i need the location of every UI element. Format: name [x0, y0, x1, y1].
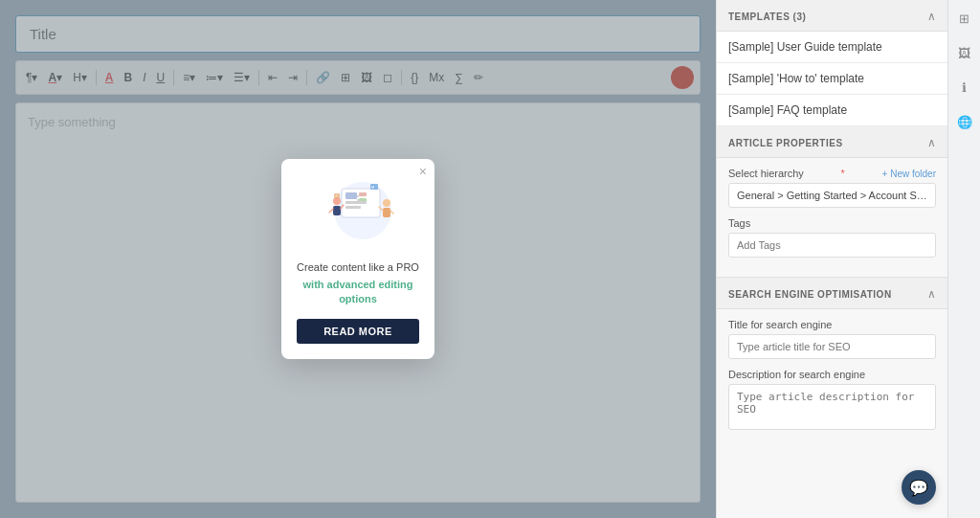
modal-close-btn[interactable]: × — [419, 165, 427, 178]
templates-chevron-icon[interactable]: ∧ — [927, 10, 936, 23]
svg-point-9 — [333, 197, 341, 205]
new-folder-btn[interactable]: + New folder — [882, 169, 936, 179]
seo-section: SEARCH ENGINE OPTIMISATION ∧ Title for s… — [717, 278, 947, 453]
hierarchy-value[interactable]: General > Getting Started > Account Sett — [728, 183, 936, 208]
svg-text:M: M — [371, 185, 374, 190]
svg-rect-5 — [345, 201, 367, 204]
seo-desc-input[interactable] — [728, 384, 936, 430]
svg-rect-10 — [333, 206, 341, 215]
article-props-header: ARTICLE PROPERTIES ∧ — [717, 126, 947, 158]
image-rail-icon[interactable]: 🖼 — [954, 42, 975, 63]
svg-rect-2 — [345, 192, 357, 199]
templates-list: [Sample] User Guide template [Sample] 'H… — [717, 32, 947, 126]
right-sidebar: TEMPLATES (3) ∧ [Sample] User Guide temp… — [716, 0, 947, 518]
templates-section-header: TEMPLATES (3) ∧ — [717, 0, 947, 32]
svg-rect-3 — [359, 192, 367, 196]
template-item-0[interactable]: [Sample] User Guide template — [717, 32, 947, 63]
template-item-2[interactable]: [Sample] FAQ template — [717, 95, 947, 126]
seo-chevron-icon[interactable]: ∧ — [927, 287, 936, 301]
modal-illustration: M ✓ — [305, 174, 411, 251]
seo-header: SEARCH ENGINE OPTIMISATION ∧ — [717, 278, 947, 309]
seo-title-label: Title for search engine — [728, 319, 936, 330]
seo-title-input[interactable] — [728, 334, 936, 359]
info-icon[interactable]: ℹ — [954, 77, 975, 98]
hierarchy-label: Select hierarchy* + New folder — [728, 168, 936, 179]
modal-title: Create content like a PRO — [297, 260, 419, 275]
tags-input[interactable] — [728, 233, 936, 258]
editor-panel: ¶▾ A▾ H▾ A B I U ≡▾ ≔▾ ☰▾ ⇤ ⇥ 🔗 ⊞ 🖼 ◻ {}… — [0, 0, 716, 518]
svg-text:✓: ✓ — [335, 194, 338, 198]
seo-desc-label: Description for search engine — [728, 369, 936, 380]
seo-title: SEARCH ENGINE OPTIMISATION — [728, 289, 892, 300]
article-props-chevron-icon[interactable]: ∧ — [927, 136, 936, 149]
tags-label: Tags — [728, 217, 936, 229]
pro-modal: × — [281, 159, 434, 358]
article-props-body: Select hierarchy* + New folder General >… — [717, 158, 947, 277]
icon-rail: ⊞ 🖼 ℹ 🌐 — [947, 0, 980, 518]
modal-subtitle: with advanced editing options — [297, 278, 419, 307]
globe-icon[interactable]: 🌐 — [954, 111, 975, 132]
svg-point-13 — [383, 199, 390, 207]
read-more-btn[interactable]: READ MORE — [297, 319, 419, 344]
modal-overlay: × — [0, 0, 716, 518]
layout-icon[interactable]: ⊞ — [954, 8, 975, 29]
chat-button[interactable]: 💬 — [902, 470, 936, 505]
article-properties-section: ARTICLE PROPERTIES ∧ Select hierarchy* +… — [717, 126, 947, 278]
svg-rect-6 — [345, 206, 361, 209]
svg-rect-14 — [383, 208, 390, 217]
seo-body: Title for search engine Description for … — [717, 309, 947, 453]
templates-title: TEMPLATES (3) — [728, 11, 806, 22]
article-props-title: ARTICLE PROPERTIES — [728, 138, 843, 148]
template-item-1[interactable]: [Sample] 'How to' template — [717, 63, 947, 95]
svg-line-11 — [329, 209, 333, 213]
